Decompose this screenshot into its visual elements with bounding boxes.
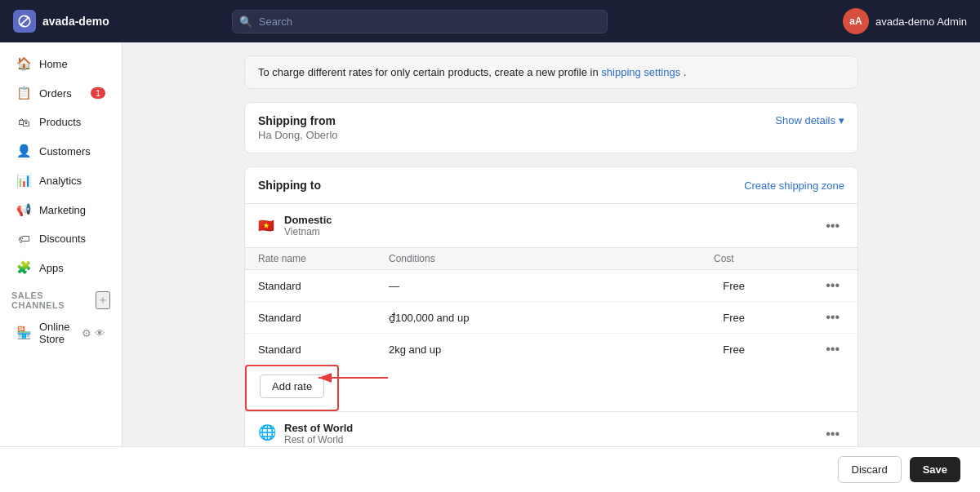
- shipping-from-title: Shipping from: [258, 114, 338, 127]
- sidebar-item-marketing[interactable]: 📢 Marketing: [5, 196, 117, 224]
- orders-badge: 1: [91, 87, 105, 99]
- add-sales-channel-button[interactable]: ＋: [96, 291, 110, 309]
- shipping-from-card: Shipping from Ha Dong, Oberlo Show detai…: [244, 102, 858, 153]
- domestic-zone-menu-button[interactable]: •••: [821, 217, 844, 235]
- add-rate-highlight: Add rate: [245, 365, 339, 411]
- col-cost-header: Cost: [714, 253, 812, 264]
- col-rate-header: Rate name: [258, 253, 389, 264]
- discard-button[interactable]: Discard: [838, 456, 902, 483]
- domestic-rate-table: Rate name Conditions Cost Standard — Fre…: [245, 247, 858, 365]
- online-store-icon: 🏪: [16, 326, 31, 340]
- products-icon: 🛍: [16, 115, 31, 129]
- add-rate-container: Add rate: [245, 365, 339, 411]
- rate-menu-button[interactable]: •••: [821, 277, 844, 295]
- rate-name: Standard: [258, 312, 389, 324]
- sidebar-item-online-store[interactable]: 🏪 Online Store ⚙ 👁: [5, 314, 117, 352]
- online-store-label: Online Store: [39, 321, 82, 345]
- analytics-icon: 📊: [16, 173, 31, 188]
- shipping-to-header: Shipping to Create shipping zone: [245, 167, 858, 204]
- col-conditions-header: Conditions: [389, 253, 714, 264]
- sidebar-item-label: Analytics: [39, 175, 82, 187]
- search-bar: 🔍: [232, 10, 608, 33]
- table-row: Standard ₫100,000 and up Free •••: [245, 302, 858, 334]
- marketing-icon: 📢: [16, 202, 31, 217]
- search-icon: 🔍: [239, 16, 252, 28]
- orders-icon: 📋: [16, 86, 31, 100]
- shipping-from-location: Ha Dong, Oberlo: [258, 129, 338, 141]
- rest-of-world-zone-info: Rest of World Rest of World: [284, 422, 353, 445]
- banner: To charge different rates for only certa…: [244, 55, 858, 89]
- chevron-down-icon: ▾: [839, 114, 844, 126]
- domestic-zone: 🇻🇳 Domestic Vietnam ••• Rate name Condit…: [245, 204, 858, 412]
- table-row: Standard — Free •••: [245, 270, 858, 302]
- rate-name: Standard: [258, 344, 389, 356]
- sidebar-item-label: Apps: [39, 262, 64, 274]
- domestic-zone-info: Domestic Vietnam: [284, 214, 332, 237]
- banner-text: To charge different rates for only certa…: [258, 66, 601, 78]
- domestic-zone-country: Vietnam: [284, 226, 332, 237]
- rate-name: Standard: [258, 280, 389, 292]
- rate-cost: Free: [723, 280, 821, 292]
- vietnam-flag-icon: 🇻🇳: [258, 219, 276, 233]
- content-wrapper: To charge different rates for only certa…: [225, 55, 878, 492]
- show-details-label: Show details: [775, 114, 835, 126]
- sales-channels-label: SALES CHANNELS: [11, 290, 96, 310]
- rate-conditions: —: [389, 280, 723, 292]
- admin-username: avada-demo Admin: [875, 16, 967, 28]
- add-rate-button-domestic[interactable]: Add rate: [260, 375, 324, 398]
- sales-channels-section: SALES CHANNELS ＋: [0, 282, 122, 313]
- sidebar-item-analytics[interactable]: 📊 Analytics: [5, 166, 117, 194]
- globe-icon: 🌐: [258, 425, 276, 443]
- sidebar: 🏠 Home 📋 Orders 1 🛍 Products 👤 Customers…: [0, 42, 122, 492]
- avatar: aA: [843, 8, 869, 34]
- main-content: To charge different rates for only certa…: [122, 42, 980, 492]
- domestic-zone-header: 🇻🇳 Domestic Vietnam •••: [245, 204, 858, 247]
- search-input[interactable]: [232, 10, 608, 33]
- create-shipping-zone-button[interactable]: Create shipping zone: [744, 180, 844, 192]
- banner-link[interactable]: shipping settings: [601, 66, 680, 78]
- domestic-zone-name: Domestic: [284, 214, 332, 226]
- sidebar-item-label: Discounts: [39, 233, 86, 245]
- sidebar-item-apps[interactable]: 🧩 Apps: [5, 254, 117, 281]
- discounts-icon: 🏷: [16, 232, 31, 246]
- rest-of-world-zone-menu-button[interactable]: •••: [821, 425, 844, 443]
- rate-conditions: 2kg and up: [389, 344, 723, 356]
- rate-menu-button[interactable]: •••: [821, 308, 844, 326]
- sidebar-item-customers[interactable]: 👤 Customers: [5, 137, 117, 165]
- sidebar-item-label: Marketing: [39, 204, 86, 216]
- bottom-bar: Discard Save: [0, 446, 980, 492]
- logo[interactable]: avada-demo: [13, 10, 109, 33]
- sidebar-item-label: Home: [39, 58, 68, 70]
- rate-table-header: Rate name Conditions Cost: [245, 247, 858, 270]
- show-details-button[interactable]: Show details ▾: [775, 114, 844, 126]
- save-button[interactable]: Save: [910, 457, 960, 482]
- sidebar-item-home[interactable]: 🏠 Home: [5, 50, 117, 78]
- sidebar-item-products[interactable]: 🛍 Products: [5, 109, 117, 135]
- col-action-header: [812, 253, 844, 264]
- logo-icon: [13, 10, 36, 33]
- online-store-controls: ⚙ 👁: [82, 327, 105, 339]
- rate-menu-button[interactable]: •••: [821, 340, 844, 358]
- rest-of-world-zone-country: Rest of World: [284, 434, 353, 445]
- sidebar-item-label: Customers: [39, 145, 91, 157]
- sidebar-item-discounts[interactable]: 🏷 Discounts: [5, 225, 117, 252]
- apps-icon: 🧩: [16, 260, 31, 275]
- banner-suffix: .: [684, 66, 687, 78]
- rest-of-world-zone-name: Rest of World: [284, 422, 353, 434]
- shipping-to-title: Shipping to: [258, 179, 321, 192]
- rate-conditions: ₫100,000 and up: [389, 312, 723, 324]
- online-store-eye-button[interactable]: 👁: [95, 327, 105, 339]
- online-store-settings-button[interactable]: ⚙: [82, 327, 91, 339]
- logo-text: avada-demo: [42, 15, 109, 28]
- rate-cost: Free: [723, 312, 821, 324]
- customers-icon: 👤: [16, 144, 31, 158]
- shipping-from-info: Shipping from Ha Dong, Oberlo: [258, 114, 338, 141]
- home-icon: 🏠: [16, 56, 31, 71]
- rate-cost: Free: [723, 344, 821, 356]
- shipping-to-card: Shipping to Create shipping zone 🇻🇳 Dome…: [244, 166, 858, 492]
- sidebar-item-label: Products: [39, 116, 81, 128]
- sidebar-item-orders[interactable]: 📋 Orders 1: [5, 79, 117, 107]
- topbar-right: aA avada-demo Admin: [843, 8, 967, 34]
- sidebar-item-label: Orders: [39, 87, 72, 100]
- table-row: Standard 2kg and up Free •••: [245, 334, 858, 365]
